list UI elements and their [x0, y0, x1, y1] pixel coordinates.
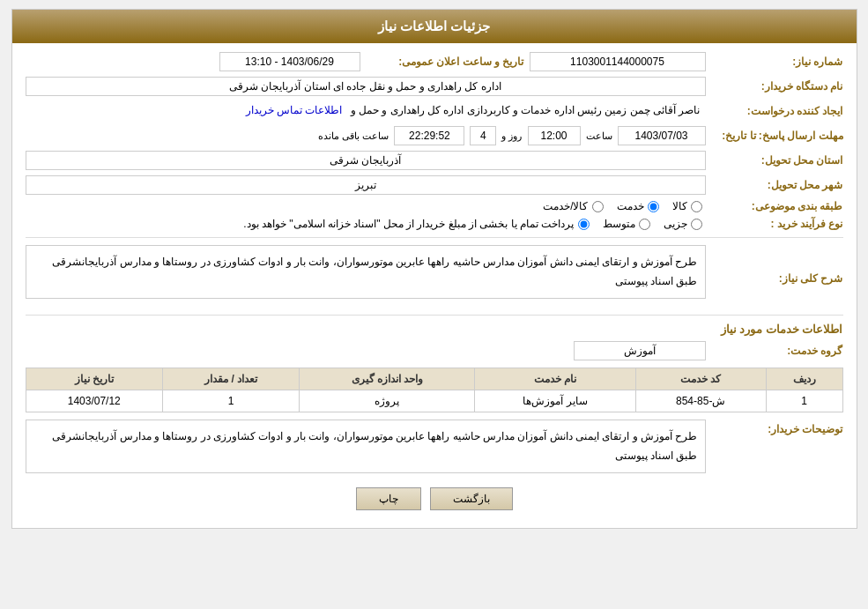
category-label: طبقه بندی موضوعی: [711, 200, 843, 212]
deadline-days-label: روز و [501, 130, 522, 142]
process-item-full: پرداخت تمام یا بخشی از مبلغ خریدار از مح… [243, 218, 589, 230]
service-group-value: آموزش [574, 341, 706, 360]
buyer-org-row: نام دستگاه خریدار: اداره کل راهداری و حم… [26, 77, 843, 96]
need-number-value: 1103001144000075 [530, 52, 706, 71]
deadline-date: 1403/07/03 [618, 126, 706, 145]
need-number-row: شماره نیاز: 1103001144000075 تاریخ و ساع… [26, 52, 843, 71]
deadline-time-label: ساعت [586, 130, 612, 142]
province-label: استان محل تحویل: [711, 154, 843, 167]
public-date-value: 1403/06/29 - 13:10 [219, 52, 360, 71]
city-value: تبریز [26, 175, 706, 195]
services-section-header: اطلاعات خدمات مورد نیاز [26, 323, 843, 336]
table-header-row: ردیف کد خدمت نام خدمت واحد اندازه گیری ت… [26, 368, 842, 390]
category-both-label: کالا/خدمت [543, 200, 588, 212]
divider-2 [26, 315, 843, 316]
buyer-desc-label: توضیحات خریدار: [711, 420, 843, 435]
description-section-row: شرح کلی نیاز: طرح آموزش و ارتقای ایمنی د… [26, 245, 843, 308]
category-radio-goods[interactable] [691, 201, 702, 212]
print-button[interactable]: چاپ [356, 487, 421, 510]
process-label: نوع فرآیند خرید : [711, 218, 843, 230]
city-label: شهر محل تحویل: [711, 179, 843, 191]
category-row: طبقه بندی موضوعی: کالا خدمت کالا/خدمت [26, 200, 843, 212]
process-item-partial: جزیی [664, 218, 702, 230]
main-container: جزئیات اطلاعات نیاز شماره نیاز: 11030011… [11, 9, 857, 529]
category-item-both: کالا/خدمت [543, 200, 603, 212]
col-header-quantity: تعداد / مقدار [162, 368, 299, 390]
cell-unit-0: پروژه [300, 390, 475, 412]
services-table: ردیف کد خدمت نام خدمت واحد اندازه گیری ت… [26, 368, 843, 412]
creator-row: ایجاد کننده درخواست: ناصر آقائی چمن زمین… [26, 101, 843, 121]
creator-value: ناصر آقائی چمن زمین رئیس اداره خدمات و ک… [26, 101, 706, 121]
process-item-medium: متوسط [603, 218, 650, 230]
category-group: کالا خدمت کالا/خدمت [543, 200, 701, 212]
col-header-name: نام خدمت [475, 368, 635, 390]
cell-date-0: 1403/07/12 [26, 390, 162, 412]
deadline-remaining-label: ساعت باقی مانده [318, 130, 389, 142]
process-radio-full[interactable] [578, 219, 590, 230]
divider-1 [26, 237, 843, 238]
category-item-goods: کالا [672, 200, 702, 212]
back-button[interactable]: بازگشت [430, 487, 513, 510]
creator-label: ایجاد کننده درخواست: [711, 105, 843, 117]
category-item-service: خدمت [617, 200, 659, 212]
buyer-org-label: نام دستگاه خریدار: [711, 80, 843, 93]
province-row: استان محل تحویل: آذربایجان شرقی [26, 151, 843, 170]
col-header-date: تاریخ نیاز [26, 368, 162, 390]
process-radio-partial[interactable] [691, 219, 702, 230]
category-service-label: خدمت [617, 200, 644, 212]
service-group-row: گروه خدمت: آموزش [26, 341, 843, 360]
service-group-label: گروه خدمت: [711, 345, 843, 357]
deadline-remaining: 22:29:52 [394, 126, 464, 145]
process-radio-medium[interactable] [639, 219, 650, 230]
category-goods-label: کالا [672, 200, 687, 212]
content-area: شماره نیاز: 1103001144000075 تاریخ و ساع… [12, 43, 857, 528]
deadline-time: 12:00 [528, 126, 581, 145]
process-medium-label: متوسط [603, 218, 635, 230]
col-header-row: ردیف [766, 368, 842, 390]
public-date-label: تاریخ و ساعت اعلان عمومی: [366, 56, 524, 68]
province-value: آذربایجان شرقی [26, 151, 706, 170]
page-title: جزئیات اطلاعات نیاز [378, 19, 490, 33]
buyer-desc-value: طرح آموزش و ارتقای ایمنی دانش آموزان مدا… [52, 430, 697, 462]
buyer-desc-box: طرح آموزش و ارتقای ایمنی دانش آموزان مدا… [26, 420, 706, 473]
process-partial-label: جزیی [664, 218, 687, 230]
need-number-label: شماره نیاز: [711, 56, 843, 68]
table-row: 1 ش-85-854 سایر آموزش‌ها پروژه 1 1403/07… [26, 390, 842, 412]
process-full-label: پرداخت تمام یا بخشی از مبلغ خریدار از مح… [243, 218, 574, 230]
cell-row-0: 1 [766, 390, 842, 412]
col-header-unit: واحد اندازه گیری [300, 368, 475, 390]
process-group: جزیی متوسط پرداخت تمام یا بخشی از مبلغ خ… [243, 218, 701, 230]
creator-text: ناصر آقائی چمن زمین رئیس اداره خدمات و ک… [351, 104, 701, 116]
services-table-section: ردیف کد خدمت نام خدمت واحد اندازه گیری ت… [26, 368, 843, 412]
category-radio-service[interactable] [648, 201, 659, 212]
buyer-content: طرح آموزش و ارتقای ایمنی دانش آموزان مدا… [26, 420, 706, 473]
cell-quantity-0: 1 [162, 390, 299, 412]
col-header-code: کد خدمت [635, 368, 766, 390]
description-label: شرح کلی نیاز: [711, 269, 843, 285]
deadline-days: 4 [470, 126, 496, 145]
cell-code-0: ش-85-854 [635, 390, 766, 412]
button-row: بازگشت چاپ [26, 479, 843, 519]
page-header: جزئیات اطلاعات نیاز [12, 10, 857, 43]
buyer-desc-row: توضیحات خریدار: طرح آموزش و ارتقای ایمنی… [26, 420, 843, 473]
buyer-org-value: اداره کل راهداری و حمل و نقل جاده ای است… [26, 77, 706, 96]
description-box: طرح آموزش و ارتقای ایمنی دانش آموزان مدا… [26, 245, 706, 299]
description-value: طرح آموزش و ارتقای ایمنی دانش آموزان مدا… [52, 256, 697, 287]
category-radio-both[interactable] [592, 201, 604, 212]
creator-link[interactable]: اطلاعات تماس خریدار [246, 104, 343, 116]
city-row: شهر محل تحویل: تبریز [26, 175, 843, 195]
cell-name-0: سایر آموزش‌ها [475, 390, 635, 412]
process-row: نوع فرآیند خرید : جزیی متوسط پرداخت تمام… [26, 218, 843, 230]
deadline-row: مهلت ارسال پاسخ: تا تاریخ: 1403/07/03 سا… [26, 126, 843, 145]
deadline-label: مهلت ارسال پاسخ: تا تاریخ: [711, 130, 843, 142]
